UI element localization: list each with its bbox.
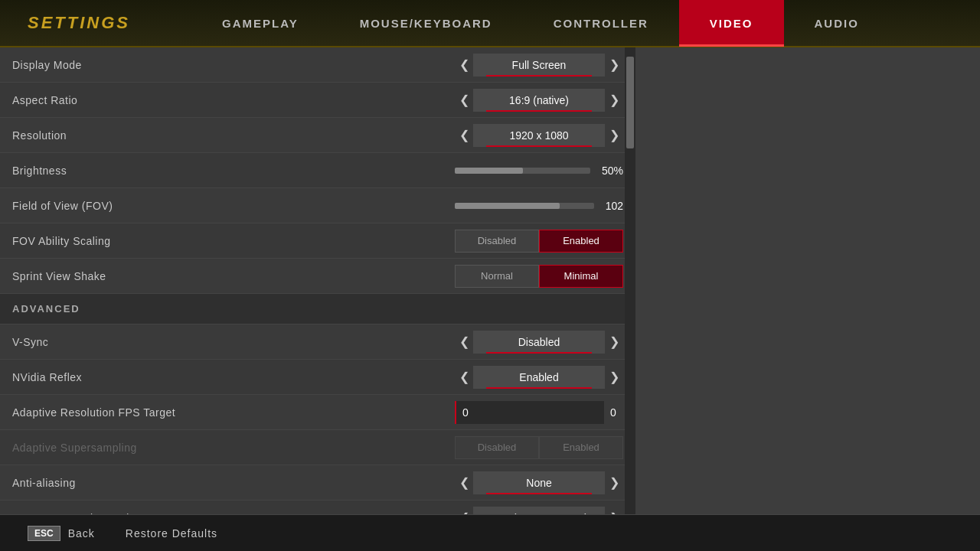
- adaptive-res-fps-input-container: 0: [455, 401, 623, 424]
- nvidia-reflex-row: NVidia Reflex ❮ Enabled ❯: [0, 360, 635, 395]
- fov-ability-scaling-disabled[interactable]: Disabled: [455, 230, 539, 253]
- resolution-value: 1920 x 1080: [473, 124, 605, 147]
- vsync-prev[interactable]: ❮: [455, 331, 473, 354]
- restore-defaults-button[interactable]: Restore Defaults: [126, 527, 217, 540]
- display-mode-selector: ❮ Full Screen ❯: [455, 54, 623, 77]
- adaptive-supersampling-label: Adaptive Supersampling: [12, 442, 455, 454]
- texture-streaming-value: Low (2-3 GB VRAM): [473, 507, 605, 515]
- nvidia-reflex-control: ❮ Enabled ❯: [455, 366, 623, 389]
- display-mode-value: Full Screen: [473, 54, 605, 77]
- adaptive-supersampling-disabled: Disabled: [455, 436, 539, 459]
- sprint-view-shake-row: Sprint View Shake Normal Minimal: [0, 259, 635, 294]
- anti-aliasing-value: None: [473, 471, 605, 494]
- resolution-selector: ❮ 1920 x 1080 ❯: [455, 124, 623, 147]
- aspect-ratio-prev[interactable]: ❮: [455, 89, 473, 112]
- resolution-label: Resolution: [12, 129, 455, 142]
- fov-fill: [455, 203, 560, 209]
- brightness-slider[interactable]: 50%: [455, 165, 623, 177]
- display-mode-control: ❮ Full Screen ❯: [455, 54, 623, 77]
- restore-defaults-label: Restore Defaults: [126, 527, 217, 540]
- tab-video[interactable]: VIDEO: [679, 0, 784, 47]
- adaptive-res-fps-label: Adaptive Resolution FPS Target: [12, 406, 455, 419]
- vsync-label: V-Sync: [12, 336, 455, 348]
- fov-row: Field of View (FOV) 102: [0, 188, 635, 223]
- anti-aliasing-row: Anti-aliasing ❮ None ❯: [0, 465, 635, 500]
- nvidia-reflex-prev[interactable]: ❮: [455, 366, 473, 389]
- texture-streaming-next[interactable]: ❯: [605, 507, 623, 515]
- fov-ability-scaling-enabled[interactable]: Enabled: [539, 230, 623, 253]
- anti-aliasing-label: Anti-aliasing: [12, 477, 455, 489]
- brightness-row: Brightness 50%: [0, 153, 635, 188]
- resolution-control: ❮ 1920 x 1080 ❯: [455, 124, 623, 147]
- anti-aliasing-control: ❮ None ❯: [455, 471, 623, 494]
- fov-slider[interactable]: 102: [455, 200, 623, 212]
- aspect-ratio-label: Aspect Ratio: [12, 94, 455, 106]
- adaptive-res-fps-row: Adaptive Resolution FPS Target 0: [0, 395, 635, 430]
- texture-streaming-control: ❮ Low (2-3 GB VRAM) ❯: [455, 507, 623, 515]
- vsync-value: Disabled: [473, 331, 605, 354]
- fov-ability-scaling-label: FOV Ability Scaling: [12, 235, 455, 247]
- sprint-view-shake-label: Sprint View Shake: [12, 270, 455, 282]
- back-label: Back: [68, 527, 95, 540]
- adaptive-supersampling-row: Adaptive Supersampling Disabled Enabled: [0, 430, 635, 465]
- fov-track: [455, 203, 594, 209]
- sprint-view-shake-toggle: Normal Minimal: [455, 265, 623, 288]
- brightness-track: [455, 168, 590, 174]
- resolution-prev[interactable]: ❮: [455, 124, 473, 147]
- brightness-fill: [455, 168, 523, 174]
- resolution-next[interactable]: ❯: [605, 124, 623, 147]
- aspect-ratio-next[interactable]: ❯: [605, 89, 623, 112]
- fov-control: 102: [455, 200, 623, 212]
- footer: ESC Back Restore Defaults: [0, 514, 980, 551]
- anti-aliasing-next[interactable]: ❯: [605, 471, 623, 494]
- texture-streaming-selector: ❮ Low (2-3 GB VRAM) ❯: [455, 507, 623, 515]
- sprint-view-shake-minimal[interactable]: Minimal: [539, 265, 623, 288]
- texture-streaming-label: Texture Streaming Budget: [12, 512, 455, 515]
- fov-ability-scaling-toggle: Disabled Enabled: [455, 230, 623, 253]
- adaptive-res-fps-control: 0: [455, 401, 623, 424]
- settings-title: SETTINGS: [0, 13, 130, 33]
- anti-aliasing-selector: ❮ None ❯: [455, 471, 623, 494]
- sprint-view-shake-normal[interactable]: Normal: [455, 265, 539, 288]
- adaptive-res-fps-display: 0: [604, 406, 623, 419]
- back-button[interactable]: ESC Back: [28, 526, 95, 541]
- nvidia-reflex-next[interactable]: ❯: [605, 366, 623, 389]
- tab-audio[interactable]: AUDIO: [784, 0, 890, 47]
- vsync-row: V-Sync ❮ Disabled ❯: [0, 324, 635, 360]
- adaptive-supersampling-control: Disabled Enabled: [455, 436, 623, 459]
- tab-controller[interactable]: CONTROLLER: [523, 0, 679, 47]
- anti-aliasing-prev[interactable]: ❮: [455, 471, 473, 494]
- adaptive-supersampling-toggle: Disabled Enabled: [455, 436, 623, 459]
- display-mode-label: Display Mode: [12, 59, 455, 71]
- tab-mouse-keyboard[interactable]: MOUSE/KEYBOARD: [329, 0, 523, 47]
- display-mode-row: Display Mode ❮ Full Screen ❯: [0, 47, 635, 83]
- nvidia-reflex-label: NVidia Reflex: [12, 371, 455, 383]
- texture-streaming-row: Texture Streaming Budget ❮ Low (2-3 GB V…: [0, 500, 635, 514]
- settings-panel: Display Mode ❮ Full Screen ❯ Aspect Rati…: [0, 47, 635, 514]
- resolution-row: Resolution ❮ 1920 x 1080 ❯: [0, 118, 635, 153]
- sprint-view-shake-control: Normal Minimal: [455, 265, 623, 288]
- brightness-label: Brightness: [12, 165, 455, 177]
- scrollbar-thumb[interactable]: [626, 57, 634, 148]
- esc-badge: ESC: [28, 526, 60, 541]
- aspect-ratio-selector: ❮ 16:9 (native) ❯: [455, 89, 623, 112]
- tab-gameplay[interactable]: GAMEPLAY: [191, 0, 329, 47]
- fov-ability-scaling-control: Disabled Enabled: [455, 230, 623, 253]
- adaptive-res-fps-input[interactable]: [455, 401, 604, 424]
- display-mode-next[interactable]: ❯: [605, 54, 623, 77]
- header: SETTINGS GAMEPLAY MOUSE/KEYBOARD CONTROL…: [0, 0, 980, 47]
- brightness-control: 50%: [455, 165, 623, 177]
- scrollbar[interactable]: [625, 47, 635, 514]
- vsync-selector: ❮ Disabled ❯: [455, 331, 623, 354]
- fov-label: Field of View (FOV): [12, 200, 455, 212]
- content-area: Display Mode ❮ Full Screen ❯ Aspect Rati…: [0, 47, 980, 514]
- texture-streaming-prev[interactable]: ❮: [455, 507, 473, 515]
- display-mode-prev[interactable]: ❮: [455, 54, 473, 77]
- brightness-value: 50%: [596, 165, 623, 177]
- vsync-next[interactable]: ❯: [605, 331, 623, 354]
- aspect-ratio-row: Aspect Ratio ❮ 16:9 (native) ❯: [0, 83, 635, 118]
- fov-ability-scaling-row: FOV Ability Scaling Disabled Enabled: [0, 223, 635, 259]
- aspect-ratio-value: 16:9 (native): [473, 89, 605, 112]
- nvidia-reflex-selector: ❮ Enabled ❯: [455, 366, 623, 389]
- nvidia-reflex-value: Enabled: [473, 366, 605, 389]
